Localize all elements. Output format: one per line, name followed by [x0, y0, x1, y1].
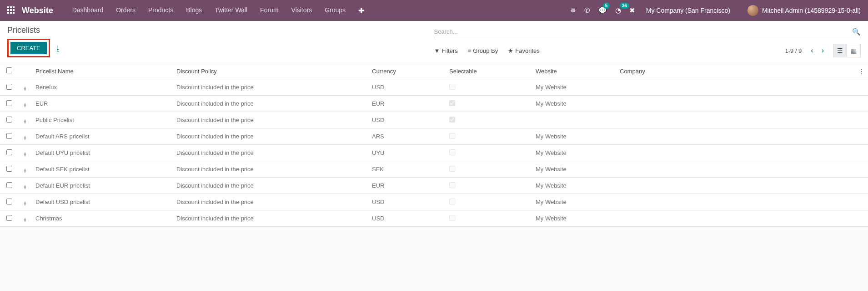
header-policy[interactable]: Discount Policy	[173, 63, 368, 79]
drag-handle-icon[interactable]: ▲▼	[18, 96, 32, 112]
cell-selectable-checkbox	[449, 182, 455, 188]
nav-visitors[interactable]: Visitors	[285, 6, 319, 15]
cell-currency: USD	[368, 210, 446, 227]
table-row[interactable]: ▲▼Default USD pricelistDiscount included…	[0, 194, 868, 210]
nav-twitter-wall[interactable]: Twitter Wall	[208, 6, 254, 15]
cell-company	[616, 178, 854, 194]
nav-orders[interactable]: Orders	[110, 6, 142, 15]
drag-handle-icon[interactable]: ▲▼	[18, 178, 32, 194]
list-view-button[interactable]: ☰	[833, 44, 847, 57]
apps-icon[interactable]	[7, 6, 15, 15]
pager-prev-icon[interactable]: ‹	[808, 45, 816, 56]
row-checkbox[interactable]	[6, 199, 12, 204]
header-name[interactable]: Pricelist Name	[32, 63, 173, 79]
drag-handle-icon[interactable]: ▲▼	[18, 145, 32, 161]
cell-company	[616, 145, 854, 161]
row-checkbox[interactable]	[6, 166, 12, 172]
nav-products[interactable]: Products	[142, 6, 180, 15]
cell-currency: UYU	[368, 145, 446, 161]
cell-policy: Discount included in the price	[173, 128, 368, 145]
phone-icon[interactable]: ✆	[584, 6, 590, 15]
header-selectable[interactable]: Selectable	[446, 63, 532, 79]
cell-name: Benelux	[32, 79, 173, 96]
nav-blogs[interactable]: Blogs	[180, 6, 208, 15]
clock-icon[interactable]: ◔36	[615, 6, 621, 15]
table-row[interactable]: ▲▼EURDiscount included in the priceEURMy…	[0, 96, 868, 112]
row-checkbox[interactable]	[6, 84, 12, 90]
brand-title[interactable]: Website	[22, 6, 53, 15]
favorites-button[interactable]: ★ Favorites	[508, 47, 539, 54]
drag-handle-icon[interactable]: ▲▼	[18, 112, 32, 128]
tools-icon[interactable]: ✖	[629, 6, 635, 15]
cell-policy: Discount included in the price	[173, 96, 368, 112]
company-selector[interactable]: My Company (San Francisco)	[646, 7, 730, 14]
cell-website: My Website	[532, 178, 616, 194]
nav-menu: Dashboard Orders Products Blogs Twitter …	[66, 6, 371, 15]
chat-icon[interactable]: 💬5	[598, 6, 607, 15]
table-row[interactable]: ▲▼BeneluxDiscount included in the priceU…	[0, 79, 868, 96]
clock-badge: 36	[620, 3, 629, 9]
row-checkbox[interactable]	[6, 182, 12, 188]
cell-company	[616, 210, 854, 227]
table-row[interactable]: ▲▼Default UYU pricelistDiscount included…	[0, 145, 868, 161]
nav-dashboard[interactable]: Dashboard	[66, 6, 110, 15]
cell-selectable-checkbox	[449, 166, 455, 172]
row-checkbox[interactable]	[6, 215, 12, 221]
row-checkbox[interactable]	[6, 133, 12, 139]
table-row[interactable]: ▲▼Public PricelistDiscount included in t…	[0, 112, 868, 128]
systray: ✵ ✆ 💬5 ◔36 ✖ My Company (San Francisco) …	[570, 5, 861, 16]
row-checkbox[interactable]	[6, 149, 12, 155]
cell-website: My Website	[532, 161, 616, 178]
filters-button[interactable]: ▼ Filters	[434, 47, 458, 54]
column-menu-icon[interactable]: ⋮	[854, 63, 868, 79]
table-row[interactable]: ▲▼ChristmasDiscount included in the pric…	[0, 210, 868, 227]
table-row[interactable]: ▲▼Default EUR pricelistDiscount included…	[0, 178, 868, 194]
cell-company	[616, 194, 854, 210]
cell-name: Default UYU pricelist	[32, 145, 173, 161]
cell-currency: USD	[368, 112, 446, 128]
table-row[interactable]: ▲▼Default ARS pricelistDiscount included…	[0, 128, 868, 145]
drag-handle-icon[interactable]: ▲▼	[18, 210, 32, 227]
cell-website: My Website	[532, 194, 616, 210]
row-checkbox[interactable]	[6, 100, 12, 106]
cell-currency: SEK	[368, 161, 446, 178]
nav-groups[interactable]: Groups	[318, 6, 352, 15]
create-button[interactable]: CREATE	[10, 42, 47, 54]
search-input[interactable]	[434, 26, 853, 38]
drag-handle-icon[interactable]: ▲▼	[18, 194, 32, 210]
cell-selectable-checkbox	[449, 199, 455, 204]
header-company[interactable]: Company	[616, 63, 854, 79]
cell-company	[616, 112, 854, 128]
cell-policy: Discount included in the price	[173, 145, 368, 161]
table-row[interactable]: ▲▼Default SEK pricelistDiscount included…	[0, 161, 868, 178]
select-all-checkbox[interactable]	[6, 67, 12, 73]
pager-next-icon[interactable]: ›	[819, 45, 827, 56]
header-currency[interactable]: Currency	[368, 63, 446, 79]
cell-company	[616, 161, 854, 178]
user-menu[interactable]: Mitchell Admin (14589929-15-0-all)	[748, 5, 861, 16]
nav-forum[interactable]: Forum	[254, 6, 285, 15]
drag-handle-icon[interactable]: ▲▼	[18, 79, 32, 96]
plus-icon[interactable]: ✚	[352, 6, 371, 15]
import-icon[interactable]: ⭳	[55, 44, 61, 52]
cell-selectable-checkbox	[449, 84, 455, 90]
cell-selectable-checkbox	[449, 215, 455, 221]
header-website[interactable]: Website	[532, 63, 616, 79]
table-header-row: Pricelist Name Discount Policy Currency …	[0, 63, 868, 79]
cell-selectable-checkbox	[449, 133, 455, 139]
cell-name: Public Pricelist	[32, 112, 173, 128]
search-bar: 🔍	[434, 26, 861, 38]
bug-icon[interactable]: ✵	[570, 6, 576, 15]
cell-policy: Discount included in the price	[173, 178, 368, 194]
view-switcher: ☰ ▦	[833, 44, 861, 57]
drag-handle-icon[interactable]: ▲▼	[18, 161, 32, 178]
cell-policy: Discount included in the price	[173, 210, 368, 227]
kanban-view-button[interactable]: ▦	[847, 44, 860, 57]
search-icon[interactable]: 🔍	[852, 28, 861, 36]
row-checkbox[interactable]	[6, 117, 12, 123]
drag-handle-icon[interactable]: ▲▼	[18, 128, 32, 145]
groupby-button[interactable]: ≡ Group By	[468, 47, 498, 54]
cell-name: Default ARS pricelist	[32, 128, 173, 145]
cell-name: Default USD pricelist	[32, 194, 173, 210]
top-nav: Website Dashboard Orders Products Blogs …	[0, 0, 868, 21]
